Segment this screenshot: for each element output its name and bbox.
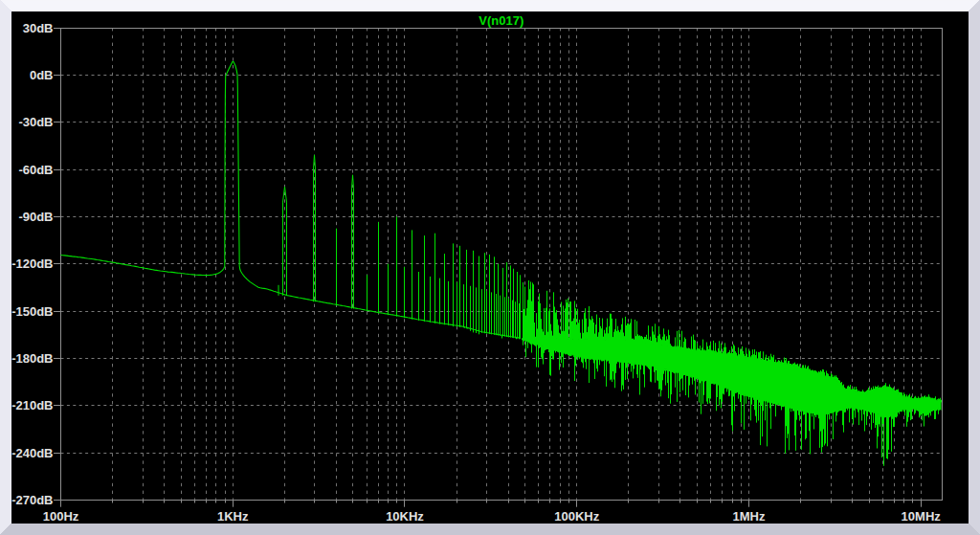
svg-text:-210dB: -210dB <box>11 398 53 412</box>
svg-text:-60dB: -60dB <box>18 163 53 177</box>
svg-text:1KHz: 1KHz <box>217 509 249 524</box>
svg-text:-150dB: -150dB <box>11 304 53 319</box>
svg-text:1MHz: 1MHz <box>733 509 766 524</box>
svg-text:-180dB: -180dB <box>11 351 53 366</box>
svg-text:-120dB: -120dB <box>11 256 53 271</box>
svg-text:-270dB: -270dB <box>11 493 53 507</box>
svg-text:30dB: 30dB <box>23 21 54 35</box>
svg-text:-30dB: -30dB <box>18 115 53 129</box>
svg-text:V(n017): V(n017) <box>479 13 523 28</box>
svg-text:0dB: 0dB <box>30 68 54 82</box>
svg-text:-90dB: -90dB <box>18 210 53 224</box>
svg-text:10KHz: 10KHz <box>386 509 424 524</box>
svg-text:100Hz: 100Hz <box>43 509 79 524</box>
svg-text:-240dB: -240dB <box>11 446 53 460</box>
svg-text:100KHz: 100KHz <box>554 509 599 524</box>
svg-text:10MHz: 10MHz <box>902 509 942 524</box>
